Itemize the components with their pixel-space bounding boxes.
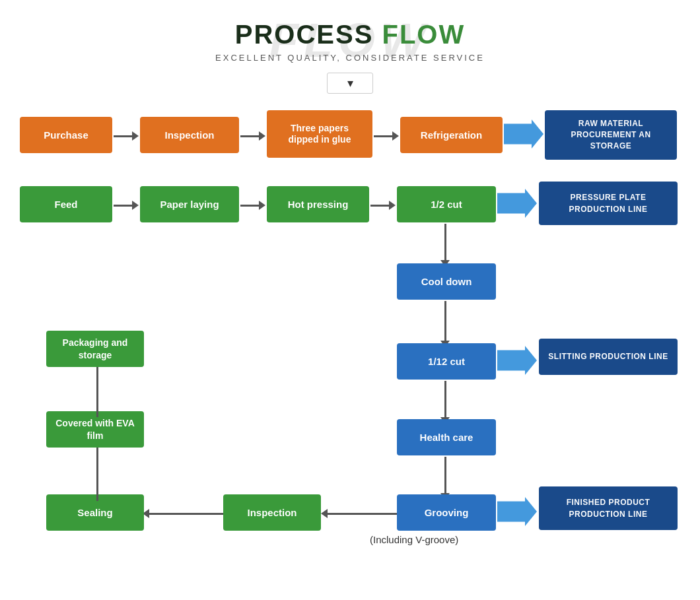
arrow-to-finished xyxy=(497,497,537,526)
arrow-papers-refrig xyxy=(374,129,399,143)
subtitle: EXCELLENT QUALITY, CONSIDERATE SERVICE xyxy=(13,53,687,63)
arrow-halfcut-cooldown xyxy=(440,224,450,267)
flow-diagram: Purchase Inspection Three papersdipped i… xyxy=(13,104,687,552)
chevron-down-icon: ▾ xyxy=(347,76,353,90)
node-finished-product: FINISHED PRODUCTPRODUCTION LINE xyxy=(539,486,678,530)
arrow-grooving-inspection2 xyxy=(321,507,397,520)
node-health-care: Health care xyxy=(397,419,496,455)
title-area: FLOW PROCESS FLOW EXCELLENT QUALITY, CON… xyxy=(13,20,687,63)
node-inspection2: Inspection xyxy=(223,494,321,531)
arrow-to-slitting xyxy=(497,346,537,375)
node-three-papers: Three papersdipped in glue xyxy=(267,110,372,158)
arrow-to-raw-material xyxy=(504,119,543,149)
arrow-healthcare-grooving xyxy=(440,457,450,500)
node-pressure-plate: PRESSURE PLATEPRODUCTION LINE xyxy=(539,182,678,225)
node-refrigeration: Refrigeration xyxy=(400,117,503,153)
title-dark: PROCESS xyxy=(235,20,382,49)
arrow-feed-paperlaying xyxy=(114,199,139,212)
main-title: PROCESS FLOW xyxy=(13,20,687,50)
node-inspection1: Inspection xyxy=(140,117,239,153)
arrow-purchase-inspection xyxy=(114,129,139,143)
node-grooving: Grooving xyxy=(397,494,496,531)
node-slitting: SLITTING PRODUCTION LINE xyxy=(539,339,678,375)
node-half-cut: 1/2 cut xyxy=(397,186,496,222)
node-twelfth-cut: 1/12 cut xyxy=(397,343,496,380)
arrow-twelfth-healthcare xyxy=(440,381,450,424)
node-feed: Feed xyxy=(20,186,112,222)
arrow-hotpress-halfcut xyxy=(370,199,396,212)
node-purchase: Purchase xyxy=(20,117,112,153)
title-green: FLOW xyxy=(382,20,465,49)
arrow-insp1-papers xyxy=(240,129,265,143)
node-paper-laying: Paper laying xyxy=(140,186,239,222)
node-hot-pressing: Hot pressing xyxy=(267,186,369,222)
node-raw-material: RAW MATERIALPROCUREMENT ANSTORAGE xyxy=(545,110,677,160)
arrow-inspection2-sealing xyxy=(143,507,223,520)
footnote: (Including V-groove) xyxy=(370,534,458,545)
page-wrapper: FLOW PROCESS FLOW EXCELLENT QUALITY, CON… xyxy=(0,0,700,566)
dropdown-button[interactable]: ▾ xyxy=(327,73,373,94)
arrow-paperlaying-hotpress xyxy=(240,199,265,212)
arrow-to-pressure-plate xyxy=(497,189,537,218)
node-cool-down: Cool down xyxy=(397,263,496,300)
arrow-cooldown-twelfth xyxy=(440,301,450,347)
node-packaging: Packaging andstorage xyxy=(46,331,144,367)
